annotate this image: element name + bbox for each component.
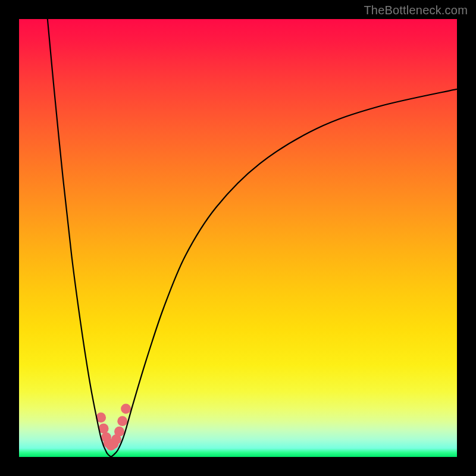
marker-dot [114, 427, 124, 437]
chart-frame: TheBottleneck.com [0, 0, 476, 476]
curve-layer [19, 19, 457, 457]
curve-right-branch [111, 89, 457, 457]
marker-dot [117, 416, 127, 426]
plot-area [19, 19, 457, 457]
min-region-markers [96, 404, 131, 451]
watermark-text: TheBottleneck.com [364, 4, 468, 17]
marker-dot [121, 404, 131, 414]
curve-left-branch [48, 19, 111, 457]
